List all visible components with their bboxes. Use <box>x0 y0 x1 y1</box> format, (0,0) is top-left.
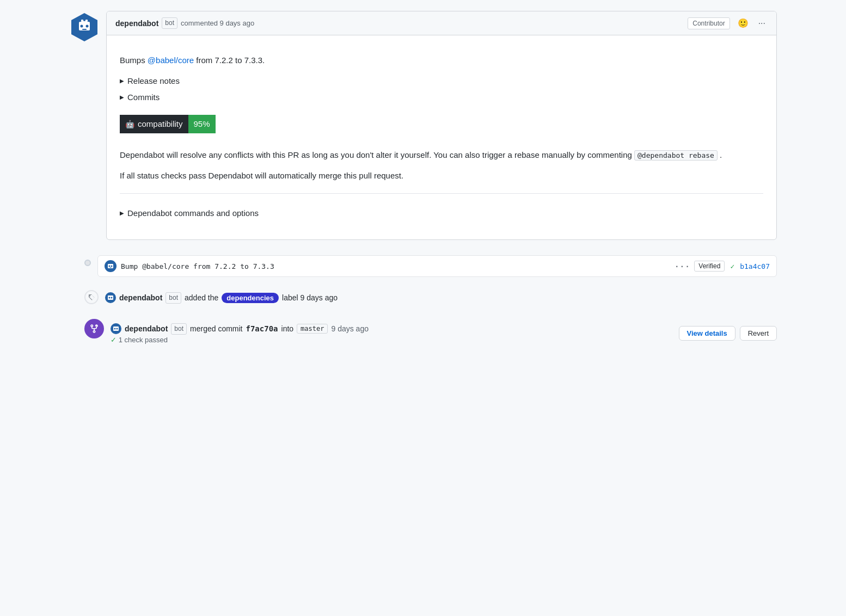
label-event-row: dependabot bot added the dependencies la… <box>105 290 777 306</box>
commands-summary[interactable]: ▶ Dependabot commands and options <box>120 205 763 229</box>
babel-core-link[interactable]: @babel/core <box>148 56 194 65</box>
bumps-suffix: from 7.2.2 to 7.3.3. <box>196 56 265 65</box>
body-paragraph-2: If all status checks pass Dependabot wil… <box>120 169 763 182</box>
compat-left: 🤖 compatibility <box>120 115 188 133</box>
compat-label: compatibility <box>138 118 183 131</box>
comment-author: dependabot <box>115 19 158 28</box>
contributor-badge: Contributor <box>688 17 729 29</box>
label-author-avatar <box>105 292 116 303</box>
label-event-suffix: label 9 days ago <box>282 293 338 302</box>
svg-point-3 <box>86 25 89 28</box>
body-paragraph-1: Dependabot will resolve any conflicts wi… <box>120 149 763 162</box>
commit-hash[interactable]: b1a4c07 <box>740 262 770 270</box>
compatibility-badge[interactable]: 🤖 compatibility 95% <box>120 115 216 133</box>
divider <box>120 193 763 194</box>
bumps-prefix: Bumps <box>120 56 148 65</box>
check-icon: ✓ <box>730 262 734 270</box>
commits-label: Commits <box>127 91 160 104</box>
dependencies-label: dependencies <box>222 293 279 303</box>
commit-message: Bump @babel/core from 7.2.2 to 7.3.3 <box>121 262 670 270</box>
commit-author-avatar <box>105 260 117 272</box>
timeline-container: Bump @babel/core from 7.2.2 to 7.3.3 ···… <box>84 249 777 355</box>
bumps-paragraph: Bumps @babel/core from 7.2.2 to 7.3.3. <box>120 54 763 67</box>
comment-header: dependabot bot commented 9 days ago Cont… <box>107 11 776 35</box>
merge-check-icon: ✓ <box>111 336 119 344</box>
comment-box: dependabot bot commented 9 days ago Cont… <box>106 11 777 240</box>
commits-summary[interactable]: ▶ Commits <box>120 91 763 104</box>
svg-point-14 <box>109 297 111 299</box>
svg-point-10 <box>109 266 111 267</box>
commit-more-icon[interactable]: ··· <box>674 261 690 272</box>
svg-point-15 <box>111 297 113 299</box>
add-reaction-button[interactable]: 🙂 <box>735 17 751 29</box>
label-bot-badge: bot <box>165 292 181 304</box>
dependabot-avatar <box>69 11 100 240</box>
svg-point-2 <box>81 25 83 28</box>
label-event-author: dependabot <box>119 293 162 302</box>
merge-timeline-item: dependabot bot merged commit f7ac70a int… <box>84 312 777 355</box>
merge-into-text: into <box>281 324 294 333</box>
svg-point-17 <box>114 328 116 330</box>
merge-commit-hash: f7ac70a <box>246 324 278 333</box>
details-section: ▶ Release notes ▶ Commits <box>120 75 763 104</box>
body-text-suffix: . <box>720 150 722 159</box>
merge-time: 9 days ago <box>331 324 369 333</box>
label-event-dot <box>84 290 99 304</box>
triangle-icon-commands: ▶ <box>120 209 124 218</box>
merge-branch: master <box>297 324 328 334</box>
svg-rect-4 <box>82 29 87 30</box>
comment-meta: commented 9 days ago <box>181 19 254 27</box>
merge-event-author: dependabot <box>125 324 168 333</box>
label-timeline-item: dependabot bot added the dependencies la… <box>84 284 777 312</box>
merge-title: dependabot bot merged commit f7ac70a int… <box>111 323 675 335</box>
compat-icon: 🤖 <box>125 118 134 130</box>
commands-label: Dependabot commands and options <box>127 207 259 220</box>
triangle-icon-release: ▶ <box>120 77 124 85</box>
svg-rect-12 <box>110 267 112 268</box>
page-container: dependabot bot commented 9 days ago Cont… <box>69 11 777 355</box>
commit-row: Bump @babel/core from 7.2.2 to 7.3.3 ···… <box>97 255 777 277</box>
merge-actions: View details Revert <box>679 326 777 341</box>
merge-details: dependabot bot merged commit f7ac70a int… <box>111 321 675 346</box>
svg-point-18 <box>117 328 118 330</box>
ellipsis-icon: ··· <box>758 19 765 28</box>
more-options-button[interactable]: ··· <box>756 17 768 29</box>
merge-event-content: dependabot bot merged commit f7ac70a int… <box>111 319 777 348</box>
merge-bot-badge: bot <box>171 323 187 335</box>
bot-badge: bot <box>162 17 177 29</box>
rebase-command: @dependabot rebase <box>634 150 718 161</box>
body-text-prefix: Dependabot will resolve any conflicts wi… <box>120 150 632 159</box>
comment-body: Bumps @babel/core from 7.2.2 to 7.3.3. ▶… <box>107 35 776 239</box>
release-notes-label: Release notes <box>127 75 180 88</box>
compat-percent: 95% <box>188 115 216 133</box>
label-event-action: added the <box>185 293 218 302</box>
merge-dot <box>84 319 104 338</box>
header-actions: Contributor 🙂 ··· <box>688 17 768 29</box>
merge-author-avatar <box>111 323 121 334</box>
commit-right: Verified ✓ b1a4c07 <box>694 261 770 272</box>
comment-container: dependabot bot commented 9 days ago Cont… <box>69 11 777 240</box>
merge-check-text: ✓ 1 check passed <box>111 336 675 344</box>
smiley-icon: 🙂 <box>738 19 749 28</box>
svg-point-11 <box>111 266 113 267</box>
triangle-icon-commits: ▶ <box>120 93 124 102</box>
commit-dot <box>84 260 91 266</box>
verified-badge: Verified <box>694 261 725 272</box>
view-details-button[interactable]: View details <box>679 326 735 341</box>
commit-timeline-item: Bump @babel/core from 7.2.2 to 7.3.3 ···… <box>84 249 777 284</box>
revert-button[interactable]: Revert <box>740 326 777 341</box>
release-notes-summary[interactable]: ▶ Release notes <box>120 75 763 88</box>
merge-action: merged commit <box>190 324 242 333</box>
